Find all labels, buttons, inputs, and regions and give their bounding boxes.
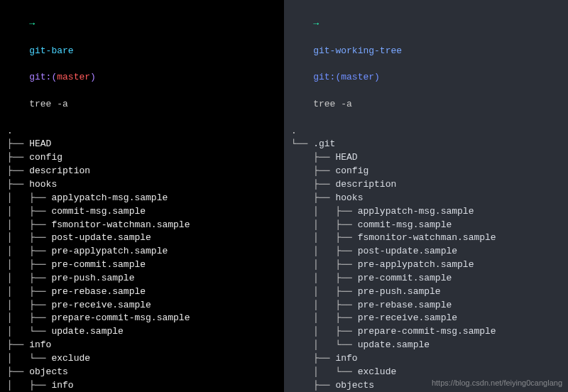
tree-node: pre-applypatch.sample <box>51 246 168 256</box>
tree-node: hooks <box>335 192 363 203</box>
tree-node: applypatch-msg.sample <box>51 192 168 203</box>
tree-row: │ ├── commit-msg.sample <box>7 205 277 219</box>
tree-row: ├── config <box>7 151 277 165</box>
tree-node: pre-commit.sample <box>358 273 452 283</box>
tree-row: │ ├── post-update.sample <box>7 232 277 245</box>
tree-row: │ ├── pre-commit.sample <box>291 272 561 285</box>
tree-node: objects <box>29 366 68 377</box>
tree-node: pre-commit.sample <box>51 259 146 270</box>
tree-root: . <box>291 125 561 138</box>
tree-row: ├── hooks <box>291 192 561 205</box>
tree-row: │ ├── prepare-commit-msg.sample <box>291 325 561 339</box>
tree-output: ├── HEAD├── config├── description├── hoo… <box>7 138 277 392</box>
tree-node: update.sample <box>51 326 123 337</box>
tree-row: │ └── exclude <box>291 366 561 379</box>
terminal-right[interactable]: → git-working-tree git:(master) tree -a … <box>284 0 568 392</box>
tree-row: │ └── update.sample <box>291 339 561 352</box>
tree-row: │ ├── pre-applypatch.sample <box>7 245 277 258</box>
tree-node: objects <box>335 380 374 391</box>
tree-node: .git <box>313 138 335 149</box>
tree-row: │ ├── post-update.sample <box>291 245 561 258</box>
tree-node: HEAD <box>29 138 51 149</box>
tree-node: HEAD <box>335 152 357 163</box>
tree-node: exclude <box>51 353 90 364</box>
command: tree -a <box>313 99 352 109</box>
terminal-left[interactable]: → git-bare git:(master) tree -a . ├── HE… <box>0 0 284 392</box>
tree-node: info <box>29 339 51 350</box>
tree-row: │ └── update.sample <box>7 325 277 339</box>
prompt-git: git:( <box>29 72 57 82</box>
tree-row: ├── description <box>291 178 561 192</box>
tree-node: info <box>51 380 73 391</box>
tree-row: │ ├── fsmonitor-watchman.sample <box>291 232 561 245</box>
tree-output: └── .git ├── HEAD ├── config ├── descrip… <box>291 138 561 392</box>
tree-node: pre-rebase.sample <box>358 300 452 310</box>
tree-node: update.sample <box>358 339 430 350</box>
tree-row: │ ├── pre-push.sample <box>7 272 277 285</box>
tree-node: info <box>335 353 357 364</box>
tree-row: │ ├── applypatch-msg.sample <box>7 192 277 205</box>
tree-row: │ ├── fsmonitor-watchman.sample <box>7 219 277 232</box>
prompt-dir: git-bare <box>29 45 73 56</box>
tree-row: │ ├── applypatch-msg.sample <box>291 205 561 219</box>
tree-node: prepare-commit-msg.sample <box>51 312 190 323</box>
prompt-branch: master <box>57 72 90 82</box>
tree-row: │ ├── prepare-commit-msg.sample <box>7 312 277 325</box>
tree-node: post-update.sample <box>358 246 457 256</box>
tree-row: │ ├── pre-rebase.sample <box>7 285 277 299</box>
tree-node: prepare-commit-msg.sample <box>358 326 496 337</box>
tree-row: │ ├── pre-applypatch.sample <box>291 258 561 272</box>
prompt-line: → git-working-tree git:(master) tree -a <box>291 4 561 125</box>
tree-node: pre-rebase.sample <box>51 286 146 297</box>
prompt-line: → git-bare git:(master) tree -a <box>7 4 277 125</box>
tree-row: │ ├── info <box>7 379 277 392</box>
tree-row: │ ├── pre-rebase.sample <box>291 299 561 312</box>
tree-row: ├── info <box>291 352 561 366</box>
tree-row: │ ├── pre-receive.sample <box>291 312 561 325</box>
tree-row: ├── HEAD <box>291 151 561 165</box>
tree-row: ├── hooks <box>7 178 277 192</box>
tree-row: └── .git <box>291 138 561 151</box>
tree-node: config <box>335 165 368 176</box>
tree-node: fsmonitor-watchman.sample <box>51 219 190 230</box>
prompt-arrow-icon: → <box>29 18 35 29</box>
tree-row: ├── config <box>291 165 561 178</box>
tree-row: │ ├── pre-receive.sample <box>7 299 277 312</box>
tree-row: ├── info <box>7 339 277 352</box>
tree-node: pre-push.sample <box>358 286 441 297</box>
prompt-branch: master <box>341 72 374 82</box>
tree-root: . <box>7 125 277 138</box>
tree-node: config <box>29 152 62 163</box>
tree-node: commit-msg.sample <box>51 206 146 217</box>
tree-node: applypatch-msg.sample <box>358 206 474 217</box>
tree-node: pre-applypatch.sample <box>358 259 474 270</box>
prompt-dir: git-working-tree <box>313 45 402 56</box>
tree-node: pre-push.sample <box>51 273 134 283</box>
prompt-git: git:( <box>313 72 341 82</box>
tree-node: description <box>335 179 396 190</box>
tree-node: pre-receive.sample <box>358 312 457 323</box>
tree-row: ├── HEAD <box>7 138 277 151</box>
tree-node: exclude <box>358 366 397 377</box>
tree-node: post-update.sample <box>51 232 151 243</box>
tree-node: commit-msg.sample <box>358 219 452 230</box>
tree-row: ├── description <box>7 165 277 178</box>
tree-row: ├── objects <box>7 366 277 379</box>
command: tree -a <box>29 99 68 109</box>
tree-node: fsmonitor-watchman.sample <box>358 232 496 243</box>
watermark: https://blog.csdn.net/feiying0canglang <box>432 378 562 389</box>
tree-row: │ ├── commit-msg.sample <box>291 219 561 232</box>
tree-row: │ └── exclude <box>7 352 277 366</box>
tree-node: description <box>29 165 90 176</box>
tree-row: │ ├── pre-push.sample <box>291 285 561 299</box>
prompt-arrow-icon: → <box>313 18 319 29</box>
tree-node: pre-receive.sample <box>51 300 151 310</box>
tree-node: hooks <box>29 179 57 190</box>
tree-row: │ ├── pre-commit.sample <box>7 258 277 272</box>
